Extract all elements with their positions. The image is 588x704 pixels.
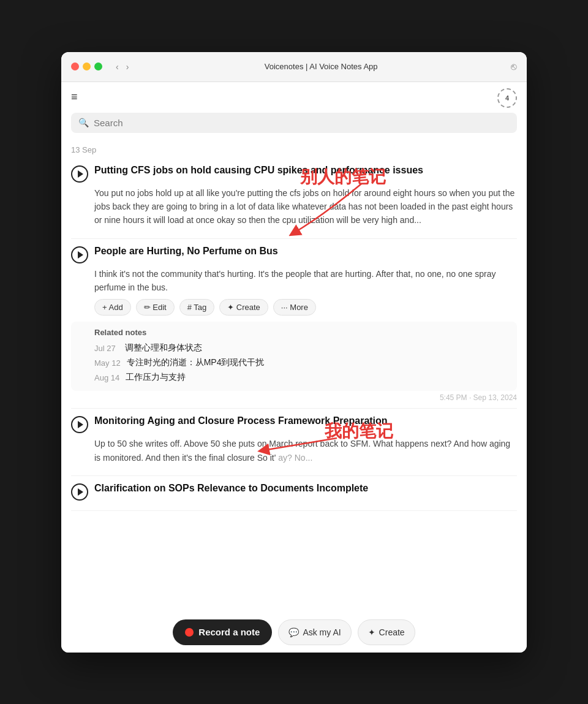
note-actions: + Add ✏ Edit # Tag ✦ Create ··· More: [71, 299, 517, 316]
edit-button[interactable]: ✏ Edit: [136, 299, 175, 316]
note-title-4: Clarification on SOPs Relevance to Docum…: [94, 482, 368, 495]
note-title: Putting CFS jobs on hold causing CPU spi…: [94, 164, 423, 177]
share-icon[interactable]: ⎋: [511, 61, 517, 72]
create-label: Create: [379, 627, 405, 637]
chat-icon: 💬: [288, 627, 299, 637]
avatar-badge[interactable]: 4: [497, 88, 517, 108]
date-label-sep13: 13 Sep: [71, 138, 517, 158]
related-date: Aug 14: [94, 373, 119, 382]
maximize-button[interactable]: [94, 62, 102, 70]
note-title-3: Monitoring Aging and Closure Process Fra…: [94, 415, 388, 428]
related-text: 工作压力与支持: [126, 372, 186, 383]
play-icon-2: [78, 251, 83, 259]
note-item-3: Monitoring Aging and Closure Process Fra…: [71, 409, 517, 476]
play-button-4[interactable]: [71, 483, 88, 501]
toolbar: ≡ 4 🔍: [61, 82, 527, 138]
more-button[interactable]: ··· More: [273, 299, 316, 316]
note-header-4: Clarification on SOPs Relevance to Docum…: [71, 482, 517, 501]
ask-ai-button[interactable]: 💬 Ask my AI: [278, 619, 351, 645]
record-button[interactable]: Record a note: [173, 619, 272, 645]
ask-ai-label: Ask my AI: [303, 627, 341, 637]
add-button[interactable]: + Add: [94, 299, 131, 316]
titlebar-left: ‹ ›: [71, 61, 131, 73]
menu-icon[interactable]: ≡: [71, 91, 78, 102]
note-item-expanded: People are Hurting, No Perfume on Bus I …: [71, 239, 517, 409]
note-header-2: People are Hurting, No Perfume on Bus: [71, 245, 517, 263]
related-text: 调整心理和身体状态: [125, 343, 202, 354]
traffic-lights: [71, 62, 102, 70]
related-notes: Related notes Jul 27 调整心理和身体状态 May 12 专注…: [71, 322, 517, 391]
search-input[interactable]: [94, 118, 510, 128]
bottom-bar: Record a note 💬 Ask my AI ✦ Create: [61, 612, 527, 653]
note-title-2: People are Hurting, No Perfume on Bus: [94, 245, 278, 258]
close-button[interactable]: [71, 62, 79, 70]
content-area: 13 Sep Putting CFS jobs on hold causing …: [61, 138, 527, 653]
forward-button[interactable]: ›: [124, 61, 132, 73]
tag-button[interactable]: # Tag: [179, 299, 215, 316]
related-item[interactable]: Jul 27 调整心理和身体状态: [94, 341, 510, 355]
search-bar: 🔍: [71, 113, 517, 133]
note-item-4: Clarification on SOPs Relevance to Docum…: [71, 476, 517, 511]
search-icon: 🔍: [78, 118, 89, 127]
play-icon-4: [78, 488, 83, 496]
app-window: ‹ › Voicenotes | AI Voice Notes App ⎋ ≡ …: [61, 52, 527, 653]
play-button-3[interactable]: [71, 416, 88, 433]
related-item[interactable]: Aug 14 工作压力与支持: [94, 370, 510, 385]
note-body-2: I think it's not the community that's hu…: [71, 267, 517, 295]
related-date: Jul 27: [94, 344, 119, 353]
note-header-3: Monitoring Aging and Closure Process Fra…: [71, 415, 517, 433]
create-icon: ✦: [368, 627, 375, 637]
create-button[interactable]: ✦ Create: [219, 299, 268, 316]
play-button[interactable]: [71, 165, 88, 183]
play-icon-3: [78, 421, 83, 428]
note-body-3: Up to 50 she writes off. Above 50 she pu…: [71, 437, 517, 464]
toolbar-row: ≡ 4: [71, 88, 517, 108]
play-icon: [78, 170, 83, 178]
note-item: Putting CFS jobs on hold causing CPU spi…: [71, 158, 517, 239]
minimize-button[interactable]: [83, 62, 91, 70]
create-note-button[interactable]: ✦ Create: [358, 619, 415, 645]
related-text: 专注时光的消逝：从MP4到现代干扰: [127, 357, 265, 368]
note-body: You put no jobs hold up at all like you'…: [71, 186, 517, 227]
play-button-2[interactable]: [71, 246, 88, 263]
note-header: Putting CFS jobs on hold causing CPU spi…: [71, 164, 517, 183]
note-timestamp: 5:45 PM · Sep 13, 2024: [71, 393, 517, 402]
window-title: Voicenotes | AI Voice Notes App: [265, 62, 378, 71]
record-dot-icon: [185, 628, 194, 637]
titlebar: ‹ › Voicenotes | AI Voice Notes App ⎋: [61, 52, 527, 82]
record-label: Record a note: [198, 627, 260, 637]
nav-buttons: ‹ ›: [113, 61, 131, 73]
related-item[interactable]: May 12 专注时光的消逝：从MP4到现代干扰: [94, 355, 510, 370]
related-date: May 12: [94, 358, 121, 368]
related-notes-heading: Related notes: [94, 328, 510, 337]
back-button[interactable]: ‹: [113, 61, 121, 73]
